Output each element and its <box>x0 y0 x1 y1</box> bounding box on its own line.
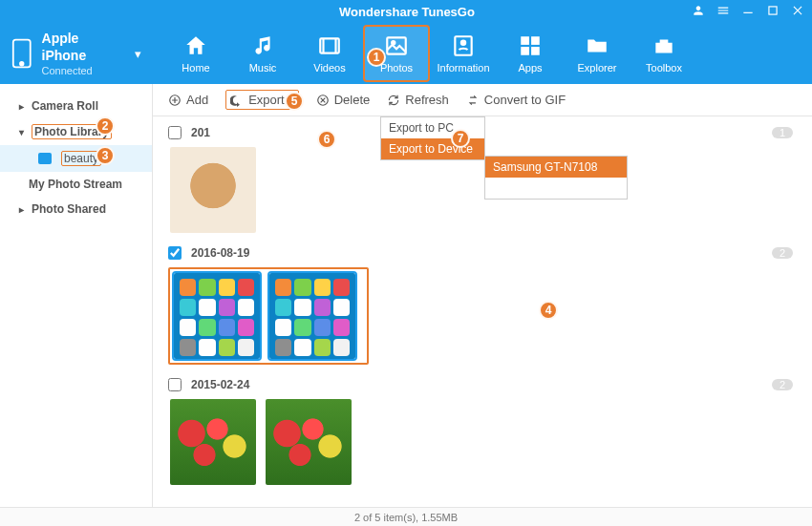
sidebar-label: Camera Roll <box>32 99 98 113</box>
device-selector[interactable]: Apple iPhone Connected ▾ <box>0 23 153 84</box>
svg-point-3 <box>20 62 24 66</box>
refresh-icon <box>387 94 400 107</box>
titlebar: Wondershare TunesGo <box>0 0 812 23</box>
sidebar: ▸Camera Roll ▾Photo Library beauty My Ph… <box>0 84 153 507</box>
group-date: 201 <box>191 126 210 139</box>
callout-badge: 3 <box>96 146 115 165</box>
photo-thumbnail[interactable] <box>174 273 260 359</box>
group-count: 2 <box>772 247 793 259</box>
callout-badge: 1 <box>367 48 386 67</box>
toolbar-add[interactable]: Add <box>168 93 208 107</box>
nav-label: Explorer <box>578 62 617 74</box>
close-icon[interactable] <box>791 4 804 20</box>
svg-rect-9 <box>521 36 529 45</box>
photo-thumbnail[interactable] <box>269 273 355 359</box>
sidebar-item-photo-shared[interactable]: ▸Photo Shared <box>0 197 152 221</box>
toolbar-refresh[interactable]: Refresh <box>387 93 449 107</box>
nav-label: Apps <box>518 62 542 74</box>
sidebar-item-photo-library[interactable]: ▾Photo Library <box>0 118 152 145</box>
group-date: 2016-08-19 <box>191 246 249 260</box>
status-bar: 2 of 5 item(s), 1.55MB <box>0 507 812 526</box>
contacts-icon <box>451 33 476 58</box>
nav-toolbox[interactable]: Toolbox <box>630 25 697 82</box>
device-option-samsung[interactable]: Samsung GT-N7108 <box>485 157 627 178</box>
toolbar: Add Export ▾ Delete Refresh Convert to G… <box>153 84 812 116</box>
photo-thumbnail[interactable] <box>170 147 256 233</box>
folder-icon <box>585 33 609 58</box>
nav-information[interactable]: Information <box>430 25 497 82</box>
svg-rect-12 <box>531 47 540 55</box>
svg-point-8 <box>461 41 465 45</box>
menu-icon[interactable] <box>716 4 730 20</box>
toolbar-delete[interactable]: Delete <box>316 93 371 107</box>
user-icon[interactable] <box>692 4 705 20</box>
plus-icon <box>168 94 182 107</box>
toolbar-label: Refresh <box>405 93 449 107</box>
group-header[interactable]: 2016-08-19 2 <box>168 242 797 263</box>
svg-rect-11 <box>521 47 529 55</box>
nav-label: Photos <box>380 62 413 74</box>
minimize-icon[interactable] <box>741 4 755 20</box>
nav-label: Home <box>182 62 209 74</box>
photo-thumbnail[interactable] <box>266 399 352 485</box>
group-checkbox[interactable] <box>168 126 182 139</box>
toolbar-label: Delete <box>334 93 371 107</box>
chevron-down-icon: ▾ <box>135 47 141 61</box>
svg-rect-0 <box>743 11 752 12</box>
maximize-icon[interactable] <box>766 4 780 20</box>
nav-label: Information <box>437 62 489 74</box>
group-header[interactable]: 2015-02-24 2 <box>168 374 797 395</box>
video-icon <box>317 33 342 58</box>
nav-home[interactable]: Home <box>162 25 229 82</box>
chevron-right-icon: ▸ <box>19 101 24 112</box>
album-icon <box>38 153 52 164</box>
group-count: 2 <box>772 379 793 390</box>
device-submenu: Samsung GT-N7108 iPad <box>484 156 628 200</box>
svg-rect-10 <box>531 36 540 45</box>
sidebar-item-camera-roll[interactable]: ▸Camera Roll <box>0 94 152 118</box>
sidebar-item-photo-stream[interactable]: My Photo Stream <box>0 172 152 197</box>
app-title: Wondershare TunesGo <box>122 5 692 19</box>
toolbox-icon <box>652 33 676 58</box>
callout-badge: 2 <box>96 116 115 136</box>
nav-explorer[interactable]: Explorer <box>564 25 630 82</box>
sidebar-label: My Photo Stream <box>29 178 122 191</box>
sidebar-label: Photo Shared <box>32 202 106 216</box>
device-status: Connected <box>42 64 125 77</box>
callout-badge: 5 <box>285 92 304 111</box>
sidebar-item-beauty[interactable]: beauty <box>0 145 152 172</box>
toolbar-label: Convert to GIF <box>484 93 566 107</box>
nav-videos[interactable]: Videos <box>296 25 363 82</box>
group-checkbox[interactable] <box>168 378 182 391</box>
chevron-down-icon: ▾ <box>19 127 24 137</box>
nav-label: Toolbox <box>646 62 682 74</box>
toolbar-label: Export <box>248 93 285 107</box>
photos-icon <box>384 33 409 58</box>
callout-badge: 4 <box>539 301 558 320</box>
home-icon <box>183 33 208 58</box>
delete-icon <box>316 94 330 107</box>
ribbon: Apple iPhone Connected ▾ Home Music Vide… <box>0 23 812 84</box>
nav-label: Videos <box>313 62 345 74</box>
status-text: 2 of 5 item(s), 1.55MB <box>354 512 458 523</box>
toolbar-convert[interactable]: Convert to GIF <box>466 93 566 107</box>
nav-label: Music <box>249 62 277 74</box>
phone-icon <box>11 37 32 70</box>
device-name: Apple iPhone <box>42 30 125 64</box>
group-date: 2015-02-24 <box>191 378 249 391</box>
nav-music[interactable]: Music <box>229 25 296 82</box>
callout-badge: 6 <box>317 130 336 149</box>
svg-rect-1 <box>769 6 777 13</box>
content-area: Add Export ▾ Delete Refresh Convert to G… <box>153 84 812 507</box>
export-icon <box>230 94 244 107</box>
photo-thumbnail[interactable] <box>170 399 256 485</box>
photo-scroll-area[interactable]: 201 1 2016-08-19 2 <box>153 116 812 507</box>
callout-badge: 7 <box>451 129 470 148</box>
nav-apps[interactable]: Apps <box>497 25 564 82</box>
svg-point-6 <box>392 41 395 44</box>
music-icon <box>250 33 275 58</box>
photo-group: 2015-02-24 2 <box>168 374 797 485</box>
group-count: 1 <box>772 127 793 138</box>
group-checkbox[interactable] <box>168 246 182 260</box>
device-option-ipad[interactable]: iPad <box>485 178 627 199</box>
